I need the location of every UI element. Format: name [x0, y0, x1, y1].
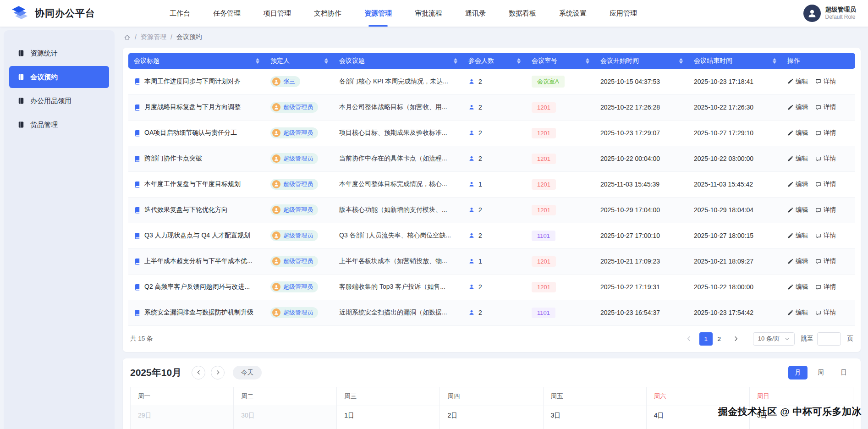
- nav-item-1[interactable]: 任务管理: [213, 0, 241, 27]
- sort-icon[interactable]: [517, 58, 521, 64]
- column-header-0[interactable]: 会议标题: [128, 53, 265, 69]
- end-time: 2025-11-03 15:45:42: [694, 181, 753, 188]
- user-role: Default Role: [825, 14, 857, 21]
- nav-item-2[interactable]: 项目管理: [264, 0, 291, 27]
- nav-item-9[interactable]: 应用管理: [610, 0, 637, 27]
- calendar-today-button[interactable]: 今天: [233, 366, 262, 380]
- detail-icon: [815, 78, 821, 84]
- sort-icon[interactable]: [256, 58, 259, 64]
- prev-page-button[interactable]: [682, 332, 696, 346]
- sidebar-item-1[interactable]: 会议预约: [9, 66, 109, 88]
- detail-button[interactable]: 详情: [815, 308, 836, 317]
- calendar-prev-button[interactable]: [192, 366, 205, 380]
- edit-button[interactable]: 编辑: [787, 154, 808, 163]
- edit-button[interactable]: 编辑: [787, 283, 808, 291]
- detail-button[interactable]: 详情: [815, 180, 836, 188]
- nav-item-5[interactable]: 审批流程: [415, 0, 442, 27]
- sort-icon[interactable]: [454, 58, 457, 64]
- breadcrumb-item-resource[interactable]: 资源管理: [141, 33, 166, 41]
- column-header-5[interactable]: 会议开始时间: [595, 53, 688, 69]
- page-jump-input[interactable]: [817, 332, 841, 346]
- detail-button[interactable]: 详情: [815, 129, 836, 137]
- edit-button[interactable]: 编辑: [787, 206, 808, 214]
- meeting-row: OA项目启动细节确认与责任分工超级管理员项目核心目标、预期成果及验收标准...2…: [128, 120, 855, 146]
- booker-badge: 超级管理员: [270, 307, 318, 318]
- sidebar-item-3[interactable]: 货品管理: [9, 114, 109, 136]
- meeting-title: Q3 人力现状盘点与 Q4 人才配置规划: [144, 231, 250, 240]
- main-content: / 资源管理 / 会议预约 会议标题预定人会议议题参会人数会议室号会议开始时间会…: [116, 27, 868, 429]
- room-badge: 1101: [532, 231, 555, 241]
- nav-item-3[interactable]: 文档协作: [314, 0, 341, 27]
- meeting-table: 会议标题预定人会议议题参会人数会议室号会议开始时间会议结束时间操作 本周工作进度…: [128, 53, 855, 326]
- attendee-count: 2: [478, 283, 482, 291]
- detail-icon: [815, 182, 821, 187]
- attendees-icon: [468, 130, 475, 136]
- sidebar: 资源统计会议预约办公用品领用货品管理: [4, 30, 115, 429]
- calendar-view-button-1[interactable]: 周: [811, 366, 830, 380]
- calendar-next-button[interactable]: [211, 366, 225, 380]
- top-navbar: 协同办公平台 工作台任务管理项目管理文档协作资源管理审批流程通讯录数据看板系统设…: [0, 0, 868, 27]
- edit-button[interactable]: 编辑: [787, 77, 808, 86]
- end-time: 2025-10-27 17:29:10: [694, 129, 753, 137]
- calendar-date-cell[interactable]: 29日: [131, 406, 234, 429]
- calendar-date-cell[interactable]: 1日: [337, 406, 440, 429]
- column-header-4[interactable]: 会议室号: [526, 53, 595, 69]
- end-time: 2025-10-22 18:00:00: [694, 283, 753, 291]
- calendar-view-button-2[interactable]: 日: [834, 366, 853, 380]
- column-header-1[interactable]: 预定人: [265, 53, 334, 69]
- sort-icon[interactable]: [324, 58, 328, 64]
- sort-icon[interactable]: [586, 58, 589, 64]
- home-icon[interactable]: [124, 34, 131, 41]
- brand: 协同办公平台: [12, 6, 149, 21]
- page-button-1[interactable]: 1: [699, 332, 713, 346]
- attendee-count: 1: [478, 181, 482, 188]
- detail-button[interactable]: 详情: [815, 154, 836, 163]
- edit-button[interactable]: 编辑: [787, 180, 808, 188]
- nav-item-7[interactable]: 数据看板: [509, 0, 536, 27]
- sort-icon[interactable]: [773, 58, 776, 64]
- sidebar-item-2[interactable]: 办公用品领用: [9, 90, 109, 112]
- nav-item-8[interactable]: 系统设置: [559, 0, 587, 27]
- user-menu[interactable]: 超级管理员 Default Role: [803, 5, 857, 22]
- column-header-2[interactable]: 会议议题: [334, 53, 463, 69]
- column-header-6[interactable]: 会议结束时间: [688, 53, 782, 69]
- person-icon: [274, 310, 279, 315]
- edit-button[interactable]: 编辑: [787, 231, 808, 240]
- detail-button[interactable]: 详情: [815, 77, 836, 86]
- page-button-2[interactable]: 2: [713, 332, 726, 346]
- meeting-topic: 上半年各板块成本（如营销投放、物...: [339, 257, 457, 265]
- column-header-3[interactable]: 参会人数: [463, 53, 526, 69]
- calendar-date-cell[interactable]: 2日: [440, 406, 543, 429]
- end-time: 2025-10-29 18:04:04: [694, 206, 753, 214]
- booker-badge: 超级管理员: [270, 102, 318, 113]
- calendar-weekday-row: 周一周二周三周四周五周六周日: [131, 387, 853, 406]
- page-size-value: 10 条/页: [758, 335, 780, 343]
- person-icon: [274, 130, 279, 136]
- next-page-button[interactable]: [730, 332, 743, 346]
- edit-icon: [787, 182, 793, 187]
- detail-button[interactable]: 详情: [815, 283, 836, 291]
- nav-item-0[interactable]: 工作台: [170, 0, 190, 27]
- sidebar-item-0[interactable]: 资源统计: [9, 42, 109, 64]
- sort-icon[interactable]: [679, 58, 683, 64]
- edit-icon: [787, 207, 793, 213]
- detail-button[interactable]: 详情: [815, 257, 836, 265]
- detail-button[interactable]: 详情: [815, 206, 836, 214]
- calendar-title: 2025年10月: [130, 366, 181, 379]
- attendee-count: 2: [478, 232, 482, 239]
- nav-item-6[interactable]: 通讯录: [465, 0, 486, 27]
- calendar-date-cell[interactable]: 30日: [234, 406, 337, 429]
- page-size-select[interactable]: 10 条/页: [753, 332, 795, 346]
- nav-item-4[interactable]: 资源管理: [364, 0, 392, 27]
- edit-button[interactable]: 编辑: [787, 257, 808, 265]
- calendar-view-button-0[interactable]: 月: [788, 366, 808, 380]
- book-icon: [134, 155, 141, 162]
- edit-button[interactable]: 编辑: [787, 129, 808, 137]
- detail-button[interactable]: 详情: [815, 231, 836, 240]
- calendar-date-cell[interactable]: 3日: [544, 406, 647, 429]
- edit-button[interactable]: 编辑: [787, 103, 808, 111]
- notebook-icon: [17, 50, 25, 57]
- detail-button[interactable]: 详情: [815, 103, 836, 111]
- meeting-topic: 当前协作中存在的具体卡点（如流程...: [339, 154, 457, 163]
- edit-button[interactable]: 编辑: [787, 308, 808, 317]
